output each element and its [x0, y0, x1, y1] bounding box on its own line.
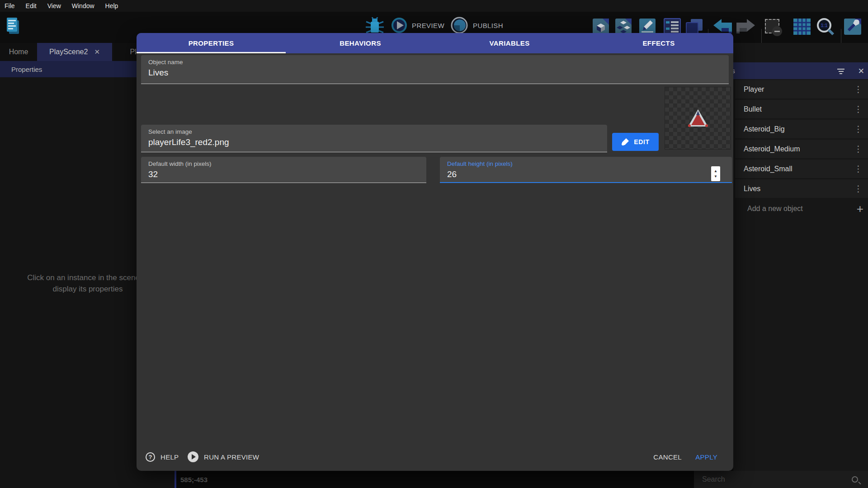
properties-panel-title: Properties — [11, 66, 42, 73]
project-manager-icon[interactable] — [5, 16, 21, 37]
deselect-icon[interactable] — [765, 19, 779, 33]
search-bar — [694, 471, 868, 488]
object-label: Bullet — [735, 105, 762, 113]
menu-bar: File Edit View Window Help — [0, 0, 868, 12]
object-label: Player — [735, 85, 764, 94]
object-name-field[interactable]: Object name Lives — [141, 55, 729, 84]
objects-panel-header: Objects ✕ — [733, 62, 868, 79]
default-width-value: 32 — [148, 169, 158, 179]
cancel-label: CANCEL — [653, 453, 682, 461]
menu-view[interactable]: View — [47, 2, 61, 9]
object-label: Asteroid_Small — [735, 165, 793, 173]
row-menu-icon[interactable]: ⋮ — [854, 85, 863, 94]
add-object-button[interactable]: Add a new object + — [735, 199, 868, 218]
stepper-up-icon[interactable]: ▲ — [714, 169, 717, 173]
debug-icon[interactable] — [364, 17, 385, 35]
objects-panel: Objects ✕ Player ⋮ Bullet ⋮ Asteroid_Big… — [733, 43, 868, 471]
cursor-coordinates: 585;-453 — [176, 476, 208, 483]
settings-icon[interactable] — [844, 18, 863, 35]
cancel-button[interactable]: CANCEL — [653, 453, 682, 461]
object-row-lives[interactable]: Lives ⋮ — [735, 179, 868, 198]
close-tab-icon[interactable]: ✕ — [94, 48, 100, 56]
default-width-label: Default width (in pixels) — [148, 160, 212, 167]
stepper-down-icon[interactable]: ▼ — [714, 175, 717, 178]
preview-icon[interactable] — [391, 17, 407, 33]
apply-label: APPLY — [695, 453, 717, 461]
tab-effects[interactable]: EFFECTS — [584, 33, 733, 53]
run-preview-label: RUN A PREVIEW — [204, 453, 259, 461]
apply-button[interactable]: APPLY — [695, 453, 717, 461]
menu-window[interactable]: Window — [72, 2, 94, 9]
run-preview-icon — [188, 451, 198, 462]
object-label: Asteroid_Medium — [735, 145, 800, 153]
tab-playscene2-label: PlayScene2 — [49, 48, 88, 56]
object-label: Lives — [735, 185, 760, 193]
search-input[interactable] — [694, 475, 839, 483]
object-row-bullet[interactable]: Bullet ⋮ — [735, 100, 868, 118]
active-tab-indicator — [137, 52, 286, 53]
help-button[interactable]: ? HELP — [146, 452, 179, 462]
object-row-asteroid-medium[interactable]: Asteroid_Medium ⋮ — [735, 140, 868, 158]
preview-button[interactable]: PREVIEW — [412, 22, 444, 29]
object-name-label: Object name — [148, 59, 183, 66]
close-panel-icon[interactable]: ✕ — [858, 66, 864, 76]
search-icon — [852, 476, 858, 483]
add-object-label: Add a new object — [735, 205, 803, 213]
edit-image-button[interactable]: EDIT — [612, 133, 659, 151]
menu-edit[interactable]: Edit — [26, 2, 37, 9]
filter-icon[interactable] — [837, 69, 844, 74]
tab-properties[interactable]: PROPERTIES — [137, 33, 286, 53]
number-stepper[interactable]: ▲ ▼ — [711, 166, 720, 181]
tab-home[interactable]: Home — [0, 43, 37, 61]
menu-file[interactable]: File — [5, 2, 15, 9]
tab-playscene2[interactable]: PlayScene2 ✕ — [37, 43, 112, 61]
object-row-player[interactable]: Player ⋮ — [735, 80, 868, 99]
object-row-asteroid-big[interactable]: Asteroid_Big ⋮ — [735, 120, 868, 138]
object-label: Asteroid_Big — [735, 125, 785, 133]
default-height-field[interactable]: Default height (in pixels) 26 ▲ ▼ — [440, 157, 732, 183]
select-image-field[interactable]: Select an image playerLife3_red2.png — [141, 125, 607, 152]
tab-home-label: Home — [9, 48, 28, 56]
default-width-field[interactable]: Default width (in pixels) 32 — [141, 157, 426, 183]
row-menu-icon[interactable]: ⋮ — [854, 105, 863, 113]
default-height-label: Default height (in pixels) — [447, 160, 513, 167]
row-menu-icon[interactable]: ⋮ — [854, 125, 863, 133]
row-menu-icon[interactable]: ⋮ — [854, 164, 863, 173]
object-row-asteroid-small[interactable]: Asteroid_Small ⋮ — [735, 160, 868, 178]
scene-status-bar: 585;-453 — [176, 471, 694, 488]
default-height-value: 26 — [447, 169, 457, 179]
row-menu-icon[interactable]: ⋮ — [854, 145, 863, 153]
svg-text:1:1: 1:1 — [821, 23, 828, 28]
dialog-tab-bar: PROPERTIES BEHAVIORS VARIABLES EFFECTS — [137, 33, 733, 53]
select-image-value: playerLife3_red2.png — [148, 137, 229, 147]
edit-button-label: EDIT — [634, 138, 649, 145]
publish-button[interactable]: PUBLISH — [473, 22, 503, 29]
add-icon: + — [857, 203, 863, 215]
object-name-value: Lives — [148, 68, 168, 78]
row-menu-icon[interactable]: ⋮ — [854, 184, 863, 193]
dialog-footer: ? HELP RUN A PREVIEW CANCEL APPLY — [137, 446, 733, 468]
object-properties-dialog: PROPERTIES BEHAVIORS VARIABLES EFFECTS O… — [137, 33, 733, 471]
brush-icon — [621, 138, 629, 146]
redo-icon[interactable] — [736, 18, 756, 35]
grid-icon[interactable] — [793, 18, 811, 35]
tab-variables[interactable]: VARIABLES — [435, 33, 584, 53]
run-preview-button[interactable]: RUN A PREVIEW — [188, 451, 259, 462]
select-image-label: Select an image — [148, 128, 192, 135]
menu-help[interactable]: Help — [105, 2, 118, 9]
publish-icon[interactable] — [450, 16, 469, 34]
left-panel-bottom — [0, 471, 175, 488]
tab-behaviors[interactable]: BEHAVIORS — [286, 33, 435, 53]
zoom-actual-icon[interactable]: 1:1 — [816, 17, 835, 36]
sprite-preview[interactable] — [665, 87, 731, 150]
help-label: HELP — [160, 453, 179, 461]
ship-sprite-image — [687, 109, 709, 128]
help-icon: ? — [146, 452, 155, 462]
